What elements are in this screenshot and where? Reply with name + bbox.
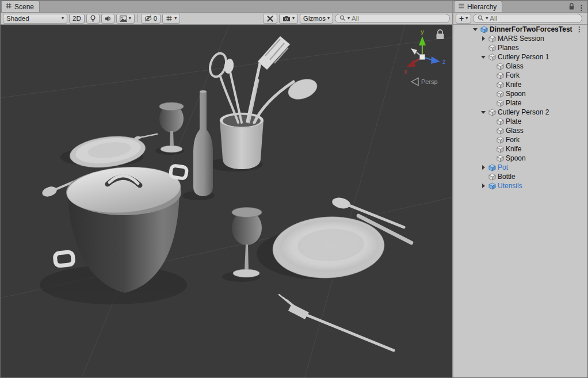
chevron-down-icon: ▾ xyxy=(174,16,177,21)
2d-toggle-label: 2D xyxy=(72,15,81,22)
gameobject-cube-icon xyxy=(496,81,504,89)
hierarchy-item-planes[interactable]: Planes xyxy=(453,43,587,52)
speaker-icon xyxy=(105,16,111,22)
foldout-arrow-icon[interactable] xyxy=(472,25,480,34)
gameobject-cube-icon xyxy=(496,71,504,79)
fold-spacer xyxy=(480,172,488,181)
gizmos-dropdown[interactable]: Gizmos ▾ xyxy=(300,14,333,24)
hierarchy-item-label: Spoon xyxy=(506,90,526,98)
fold-spacer xyxy=(488,117,496,126)
hierarchy-item-spoon[interactable]: Spoon xyxy=(453,154,587,163)
effects-dropdown-button[interactable]: ▾ xyxy=(116,14,135,24)
lighting-toggle-button[interactable] xyxy=(86,14,100,24)
fold-spacer xyxy=(488,62,496,71)
hierarchy-item-plate[interactable]: Plate xyxy=(453,117,587,126)
scene-visibility-button[interactable]: 0 xyxy=(141,14,161,24)
hierarchy-item-bottle[interactable]: Bottle xyxy=(453,172,587,181)
shading-mode-dropdown[interactable]: Shaded ▾ xyxy=(3,14,67,24)
hierarchy-item-label: Spoon xyxy=(506,154,526,162)
audio-toggle-button[interactable] xyxy=(101,14,114,24)
hierarchy-item-spoon[interactable]: Spoon xyxy=(453,89,587,98)
grid-icon xyxy=(166,15,173,22)
shading-mode-label: Shaded xyxy=(6,15,29,22)
lock-icon[interactable] xyxy=(568,2,575,13)
hierarchy-item-cutlery-person-2[interactable]: Cutlery Person 2 xyxy=(453,108,587,117)
prefab-cube-icon xyxy=(488,182,496,190)
prefab-cube-icon xyxy=(480,25,488,33)
gameobject-cube-icon xyxy=(488,173,496,181)
scene-viewport[interactable]: y z x Persp xyxy=(1,25,452,377)
tab-hierarchy[interactable]: Hierarchy xyxy=(454,1,502,12)
gizmo-center-cube[interactable] xyxy=(420,55,425,60)
camera-settings-dropdown[interactable]: ▾ xyxy=(279,14,298,24)
hierarchy-item-utensils[interactable]: Utensils xyxy=(453,181,587,190)
fold-spacer xyxy=(488,80,496,89)
hierarchy-search-input[interactable] xyxy=(490,15,578,22)
window-menu-icon[interactable]: ⋮ xyxy=(578,4,585,12)
tools-button[interactable] xyxy=(263,14,277,24)
hierarchy-item-label: Fork xyxy=(506,71,520,79)
hierarchy-search-field[interactable]: ▾ xyxy=(473,14,582,23)
foldout-arrow-icon[interactable] xyxy=(480,181,488,190)
hierarchy-item-fork[interactable]: Fork xyxy=(453,71,587,80)
hierarchy-item-label: Glass xyxy=(506,127,524,135)
hierarchy-item-mars-session[interactable]: MARS Session xyxy=(453,34,587,43)
hierarchy-item-label: Plate xyxy=(506,117,521,125)
effects-image-icon xyxy=(120,16,127,22)
hierarchy-item-pot[interactable]: Pot xyxy=(453,163,587,172)
gameobject-cube-icon xyxy=(496,127,504,135)
hierarchy-item-label: Utensils xyxy=(498,182,522,190)
plus-icon: + xyxy=(459,14,464,22)
scene-search-input[interactable] xyxy=(352,15,445,22)
grid-settings-dropdown[interactable]: ▾ xyxy=(162,14,180,24)
hierarchy-panel: Hierarchy ⋮ + ▾ ▾ DinnerForTwoF xyxy=(453,1,587,377)
chevron-down-icon: ▾ xyxy=(62,16,64,21)
fold-spacer xyxy=(488,154,496,163)
gameobject-cube-icon xyxy=(496,154,504,162)
hierarchy-item-cutlery-person-1[interactable]: Cutlery Person 1 xyxy=(453,52,587,62)
foldout-arrow-icon[interactable] xyxy=(480,163,488,172)
item-options-icon[interactable]: ⋮ xyxy=(576,26,583,33)
search-icon xyxy=(478,15,484,22)
gameobject-cube-icon xyxy=(496,145,504,153)
hierarchy-item-dinnerfortwoforcestest[interactable]: DinnerForTwoForcesTest⋮ xyxy=(453,25,587,34)
scene-3d-render[interactable]: y z x Persp xyxy=(1,25,452,377)
hierarchy-item-label: Knife xyxy=(506,81,521,89)
hierarchy-item-label: Bottle xyxy=(498,173,516,181)
foldout-arrow-icon[interactable] xyxy=(480,52,488,62)
hierarchy-item-plate[interactable]: Plate xyxy=(453,98,587,108)
chevron-down-icon: ▾ xyxy=(327,16,330,21)
hierarchy-tab-label: Hierarchy xyxy=(467,3,497,11)
search-icon xyxy=(339,15,346,22)
2d-toggle-button[interactable]: 2D xyxy=(69,14,85,24)
foldout-arrow-icon[interactable] xyxy=(480,34,488,43)
hierarchy-item-label: Planes xyxy=(498,44,519,52)
camera-icon xyxy=(282,16,291,22)
foldout-arrow-icon[interactable] xyxy=(480,108,488,117)
hierarchy-item-knife[interactable]: Knife xyxy=(453,144,587,154)
scene-search-field[interactable]: ▾ xyxy=(335,14,450,23)
hierarchy-item-label: Plate xyxy=(506,99,521,107)
gameobject-cube-icon xyxy=(496,117,504,125)
scene-tab-label: Scene xyxy=(14,3,34,11)
gameobject-cube-icon xyxy=(488,53,496,61)
tab-scene[interactable]: Scene xyxy=(1,1,40,12)
gizmos-label: Gizmos xyxy=(303,15,326,22)
axis-y-label: y xyxy=(421,28,424,35)
fold-spacer xyxy=(488,135,496,144)
scene-panel: Scene Shaded ▾ 2D xyxy=(1,1,452,377)
hierarchy-item-label: MARS Session xyxy=(498,35,544,43)
chevron-down-icon: ▾ xyxy=(465,16,468,21)
gameobject-cube-icon xyxy=(496,62,504,70)
scene-toolbar: Shaded ▾ 2D ▾ xyxy=(1,13,452,25)
hierarchy-item-fork[interactable]: Fork xyxy=(453,135,587,144)
lightbulb-icon xyxy=(90,15,96,22)
hierarchy-item-label: Knife xyxy=(506,145,521,153)
scene-grid-icon xyxy=(5,2,12,11)
create-object-button[interactable]: + ▾ xyxy=(456,14,471,24)
hierarchy-tree: DinnerForTwoForcesTest⋮MARS SessionPlane… xyxy=(453,25,587,377)
hierarchy-item-glass[interactable]: Glass xyxy=(453,126,587,135)
hierarchy-item-knife[interactable]: Knife xyxy=(453,80,587,89)
hierarchy-item-glass[interactable]: Glass xyxy=(453,62,587,71)
gameobject-cube-icon xyxy=(496,99,504,107)
